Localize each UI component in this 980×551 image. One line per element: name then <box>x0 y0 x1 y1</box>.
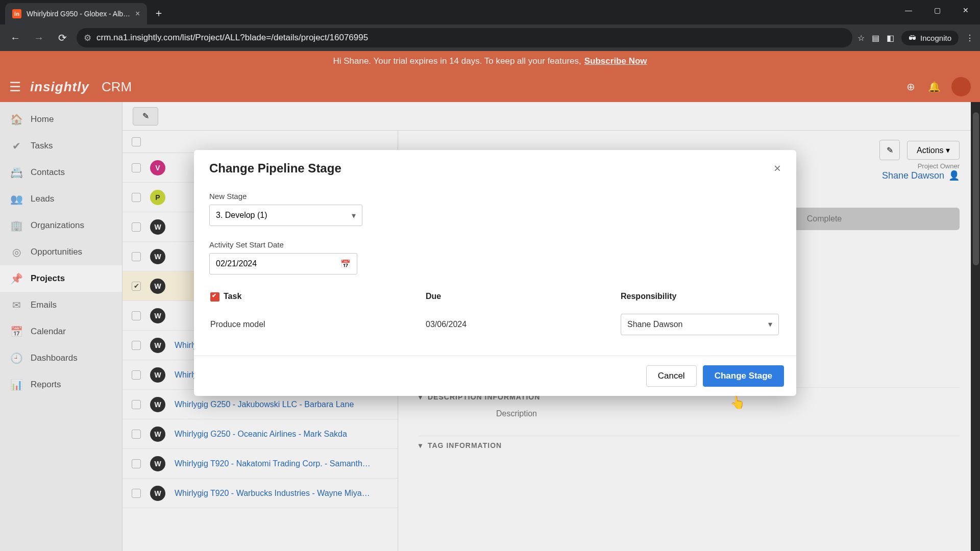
activity-task-table: Task Due Responsibility Produce model 03… <box>209 287 781 343</box>
browser-tab[interactable]: in Whirlybird G950 - Globex - Alb… × <box>5 3 147 24</box>
task-due: 03/06/2024 <box>426 307 620 342</box>
modal-close-button[interactable]: × <box>774 161 781 176</box>
window-controls: ― ▢ ✕ <box>894 0 980 20</box>
cancel-button[interactable]: Cancel <box>646 365 697 387</box>
side-panel-icon[interactable]: ◧ <box>887 33 894 43</box>
calendar-icon[interactable]: 📅 <box>340 259 351 269</box>
app-root: Hi Shane. Your trial expires in 14 days.… <box>0 51 980 551</box>
tab-title: Whirlybird G950 - Globex - Alb… <box>27 10 130 18</box>
change-stage-button[interactable]: Change Stage <box>703 365 784 387</box>
task-row: Produce model 03/06/2024 Shane Dawson ▾ <box>210 307 780 342</box>
new-stage-label: New Stage <box>209 192 781 201</box>
responsibility-select[interactable]: Shane Dawson ▾ <box>621 314 779 335</box>
incognito-chip[interactable]: 🕶 Incognito <box>901 31 959 45</box>
browser-menu-icon[interactable]: ⋮ <box>966 33 974 43</box>
task-icon <box>210 292 219 302</box>
chevron-down-icon: ▾ <box>352 211 356 220</box>
modal-title: Change Pipeline Stage <box>209 161 341 176</box>
tab-close-icon[interactable]: × <box>135 9 140 18</box>
address-bar[interactable]: ⚙ crm.na1.insightly.com/list/Project/ALL… <box>77 28 852 47</box>
minimize-button[interactable]: ― <box>894 0 923 20</box>
tab-favicon: in <box>12 9 21 18</box>
change-pipeline-stage-modal: Change Pipeline Stage × New Stage 3. Dev… <box>194 150 796 396</box>
url-text: crm.na1.insightly.com/list/Project/ALL?b… <box>96 33 368 43</box>
task-name: Produce model <box>210 307 425 342</box>
forward-button[interactable]: → <box>30 29 48 47</box>
reload-button[interactable]: ⟳ <box>53 29 71 47</box>
browser-toolbar: ← → ⟳ ⚙ crm.na1.insightly.com/list/Proje… <box>0 24 980 51</box>
new-stage-select[interactable]: 3. Develop (1) ▾ <box>209 205 362 226</box>
maximize-button[interactable]: ▢ <box>923 0 951 20</box>
reading-list-icon[interactable]: ▤ <box>872 33 879 43</box>
activity-start-date-input[interactable]: 02/21/2024 📅 <box>209 253 357 274</box>
chevron-down-icon: ▾ <box>768 319 772 329</box>
close-window-button[interactable]: ✕ <box>951 0 980 20</box>
back-button[interactable]: ← <box>6 29 24 47</box>
incognito-icon: 🕶 <box>909 34 916 42</box>
site-settings-icon[interactable]: ⚙ <box>84 33 91 43</box>
browser-titlebar: in Whirlybird G950 - Globex - Alb… × ＋ ―… <box>0 0 980 24</box>
new-tab-button[interactable]: ＋ <box>151 5 166 20</box>
activity-start-date-label: Activity Set Start Date <box>209 240 781 249</box>
bookmark-icon[interactable]: ☆ <box>857 33 865 43</box>
